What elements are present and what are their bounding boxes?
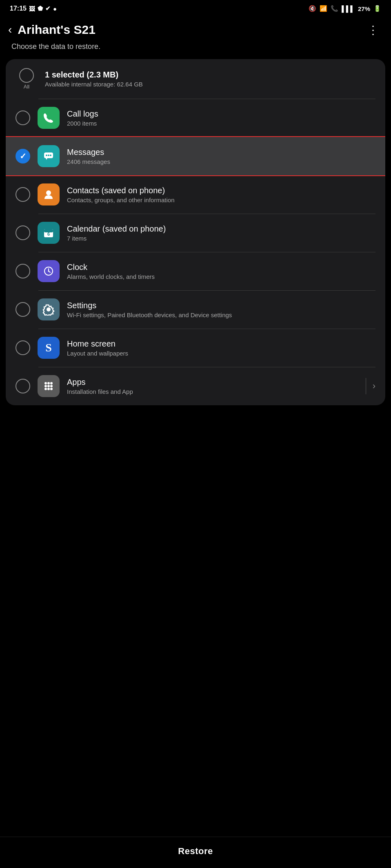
list-item-clock[interactable]: Clock Alarms, world clocks, and timers bbox=[6, 252, 385, 290]
settings-title: Settings bbox=[67, 301, 375, 310]
page-title: Arihant's S21 bbox=[18, 23, 96, 37]
select-all-row[interactable]: All 1 selected (2.3 MB) Available intern… bbox=[6, 59, 385, 99]
svg-point-24 bbox=[47, 388, 50, 390]
clock-title: Clock bbox=[67, 263, 375, 272]
svg-point-3 bbox=[50, 155, 51, 156]
apps-divider bbox=[366, 378, 366, 394]
svg-point-1 bbox=[46, 155, 47, 156]
svg-point-21 bbox=[47, 385, 50, 387]
apps-subtitle: Installation files and App bbox=[67, 388, 359, 395]
clock-icon bbox=[38, 260, 60, 282]
list-item-settings[interactable]: Settings Wi-Fi settings, Paired Bluetoot… bbox=[6, 290, 385, 329]
svg-point-16 bbox=[47, 307, 51, 311]
svg-point-20 bbox=[44, 385, 47, 387]
status-left: 17:15 🖼 ⬟ ✔ ● bbox=[10, 5, 57, 12]
radio-contacts[interactable] bbox=[16, 187, 30, 202]
dot-icon: ● bbox=[53, 5, 57, 12]
settings-text: Settings Wi-Fi settings, Paired Bluetoot… bbox=[67, 301, 375, 318]
svg-point-23 bbox=[44, 388, 47, 390]
call-logs-title: Call logs bbox=[67, 109, 375, 119]
home-screen-icon: S bbox=[38, 337, 60, 359]
header-left: ‹ Arihant's S21 bbox=[8, 23, 96, 37]
calendar-title: Calendar (saved on phone) bbox=[67, 224, 375, 234]
svg-text:6: 6 bbox=[47, 232, 50, 236]
svg-point-19 bbox=[50, 382, 53, 384]
svg-point-5 bbox=[46, 190, 51, 195]
calendar-icon: 6 bbox=[38, 222, 60, 244]
svg-point-22 bbox=[50, 385, 53, 387]
all-label: All bbox=[24, 84, 29, 90]
call-icon: 📞 bbox=[331, 5, 338, 12]
clock-subtitle: Alarms, world clocks, and timers bbox=[67, 273, 375, 280]
svg-point-18 bbox=[47, 382, 50, 384]
messages-title: Messages bbox=[67, 148, 375, 157]
svg-marker-4 bbox=[46, 158, 47, 160]
all-radio-circle[interactable] bbox=[19, 68, 34, 83]
back-button[interactable]: ‹ bbox=[8, 23, 12, 36]
radio-settings[interactable] bbox=[16, 302, 30, 317]
call-logs-text: Call logs 2000 items bbox=[67, 109, 375, 127]
battery-icon: 🔋 bbox=[373, 5, 381, 12]
list-item-home-screen[interactable]: S Home screen Layout and wallpapers bbox=[6, 329, 385, 367]
restore-button[interactable]: Restore bbox=[178, 846, 213, 857]
call-logs-subtitle: 2000 items bbox=[67, 120, 375, 127]
list-item-apps[interactable]: Apps Installation files and App › bbox=[6, 367, 385, 405]
home-screen-title: Home screen bbox=[67, 339, 375, 349]
svg-point-17 bbox=[44, 382, 47, 384]
contacts-icon bbox=[38, 183, 60, 205]
svg-point-2 bbox=[48, 155, 49, 156]
apps-icon bbox=[38, 375, 60, 397]
status-time: 17:15 bbox=[10, 5, 27, 12]
bottom-spacer bbox=[0, 405, 391, 442]
home-screen-subtitle: Layout and wallpapers bbox=[67, 350, 375, 357]
page-subtitle: Choose the data to restore. bbox=[0, 41, 391, 59]
status-bar: 17:15 🖼 ⬟ ✔ ● 🔇 📶 📞 ▌▌▌ 27% 🔋 bbox=[0, 0, 391, 15]
list-item-contacts[interactable]: Contacts (saved on phone) Contacts, grou… bbox=[6, 175, 385, 214]
phone-svg bbox=[42, 112, 55, 124]
messages-text: Messages 2406 messages bbox=[67, 148, 375, 165]
calendar-svg: 6 bbox=[42, 227, 55, 239]
apps-title: Apps bbox=[67, 378, 359, 387]
settings-icon bbox=[38, 298, 60, 320]
selected-count: 1 selected (2.3 MB) bbox=[45, 70, 375, 80]
apps-text: Apps Installation files and App bbox=[67, 378, 359, 395]
apps-grid-svg bbox=[43, 380, 54, 392]
messages-icon bbox=[38, 145, 60, 167]
messages-subtitle: 2406 messages bbox=[67, 158, 375, 165]
list-item-calendar[interactable]: 6 Calendar (saved on phone) 7 items bbox=[6, 214, 385, 252]
storage-available: Available internal storage: 62.64 GB bbox=[45, 81, 375, 88]
contacts-title: Contacts (saved on phone) bbox=[67, 186, 375, 195]
calendar-subtitle: 7 items bbox=[67, 235, 375, 242]
contacts-subtitle: Contacts, groups, and other information bbox=[67, 197, 375, 203]
list-item-messages[interactable]: Messages 2406 messages bbox=[6, 137, 385, 175]
apps-chevron-icon[interactable]: › bbox=[373, 381, 375, 391]
page-header: ‹ Arihant's S21 ⋮ bbox=[0, 15, 391, 41]
restore-list-card: All 1 selected (2.3 MB) Available intern… bbox=[6, 59, 385, 405]
calendar-text: Calendar (saved on phone) 7 items bbox=[67, 224, 375, 242]
apps-row-extra: Apps Installation files and App › bbox=[67, 378, 375, 395]
clock-svg bbox=[42, 265, 55, 277]
radio-clock[interactable] bbox=[16, 264, 30, 278]
photo-icon: 🖼 bbox=[29, 5, 35, 12]
radio-messages[interactable] bbox=[16, 149, 30, 163]
wifi-icon: 📶 bbox=[320, 5, 327, 12]
svg-point-25 bbox=[50, 388, 53, 390]
contact-svg bbox=[42, 188, 55, 201]
mute-icon: 🔇 bbox=[309, 5, 316, 12]
list-item-call-logs[interactable]: Call logs 2000 items bbox=[6, 99, 385, 137]
signal-icon: ▌▌▌ bbox=[342, 5, 355, 12]
svg-point-15 bbox=[48, 271, 49, 272]
more-options-button[interactable]: ⋮ bbox=[367, 23, 380, 37]
radio-apps[interactable] bbox=[16, 379, 30, 393]
home-screen-text: Home screen Layout and wallpapers bbox=[67, 339, 375, 357]
contacts-text: Contacts (saved on phone) Contacts, grou… bbox=[67, 186, 375, 203]
status-right: 🔇 📶 📞 ▌▌▌ 27% 🔋 bbox=[309, 5, 381, 12]
settings-svg bbox=[42, 303, 55, 316]
all-main-text: 1 selected (2.3 MB) Available internal s… bbox=[45, 70, 375, 88]
restore-button-bar: Restore bbox=[0, 837, 391, 868]
radio-calendar[interactable] bbox=[16, 225, 30, 240]
radio-call-logs[interactable] bbox=[16, 110, 30, 125]
check-icon: ✔ bbox=[45, 5, 51, 12]
radio-home-screen[interactable] bbox=[16, 340, 30, 355]
call-logs-icon bbox=[38, 107, 60, 129]
